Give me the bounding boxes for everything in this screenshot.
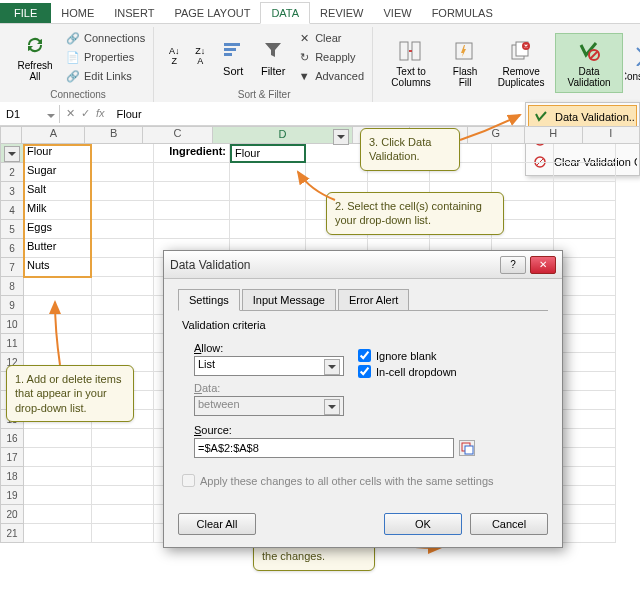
cell[interactable] bbox=[230, 201, 306, 220]
cell[interactable] bbox=[554, 353, 616, 372]
row-header[interactable]: 5 bbox=[0, 220, 24, 239]
cell[interactable] bbox=[230, 220, 306, 239]
cell[interactable] bbox=[554, 486, 616, 505]
col-B[interactable]: B bbox=[85, 126, 142, 144]
cell[interactable] bbox=[24, 505, 92, 524]
cell[interactable] bbox=[154, 182, 230, 201]
cell[interactable]: Flour bbox=[230, 144, 306, 163]
cell[interactable] bbox=[92, 239, 154, 258]
row-header[interactable]: 9 bbox=[0, 296, 24, 315]
cell[interactable] bbox=[92, 334, 154, 353]
ok-button[interactable]: OK bbox=[384, 513, 462, 535]
cell[interactable]: Butter bbox=[24, 239, 92, 258]
cell[interactable] bbox=[554, 144, 616, 163]
cell[interactable] bbox=[554, 258, 616, 277]
tab-formulas[interactable]: FORMULAS bbox=[422, 3, 503, 23]
cell[interactable] bbox=[554, 163, 616, 182]
cell[interactable] bbox=[554, 410, 616, 429]
cell[interactable] bbox=[554, 467, 616, 486]
col-I[interactable]: I bbox=[583, 126, 640, 144]
tab-settings[interactable]: Settings bbox=[178, 289, 240, 311]
cell[interactable] bbox=[92, 258, 154, 277]
dropdown-arrow-icon[interactable] bbox=[305, 145, 306, 163]
tab-insert[interactable]: INSERT bbox=[104, 3, 164, 23]
cell[interactable] bbox=[230, 182, 306, 201]
tab-file[interactable]: FILE bbox=[0, 3, 51, 23]
cell[interactable] bbox=[154, 163, 230, 182]
cell[interactable]: Sugar bbox=[24, 163, 92, 182]
cell[interactable] bbox=[492, 144, 554, 163]
cell[interactable] bbox=[92, 296, 154, 315]
incell-dropdown-checkbox[interactable]: In-cell dropdown bbox=[358, 365, 457, 378]
cell[interactable] bbox=[492, 163, 554, 182]
apply-same-checkbox[interactable]: Apply these changes to all other cells w… bbox=[182, 474, 544, 487]
cell[interactable] bbox=[230, 163, 306, 182]
cancel-button[interactable]: Cancel bbox=[470, 513, 548, 535]
cell[interactable] bbox=[92, 220, 154, 239]
tab-input-message[interactable]: Input Message bbox=[242, 289, 336, 311]
cell[interactable] bbox=[554, 277, 616, 296]
cell[interactable] bbox=[24, 448, 92, 467]
cancel-formula-icon[interactable]: ✕ bbox=[66, 107, 75, 120]
remove-duplicates-button[interactable]: Remove Duplicates bbox=[489, 33, 553, 93]
row-header[interactable]: 2 bbox=[0, 163, 24, 182]
row-header[interactable]: 18 bbox=[0, 467, 24, 486]
cell[interactable] bbox=[24, 334, 92, 353]
col-G[interactable]: G bbox=[468, 126, 525, 144]
cell[interactable] bbox=[554, 429, 616, 448]
help-button[interactable]: ? bbox=[500, 256, 526, 274]
cell[interactable]: Eggs bbox=[24, 220, 92, 239]
filter-button[interactable]: Filter bbox=[254, 27, 292, 87]
cell[interactable] bbox=[554, 391, 616, 410]
advanced-filter[interactable]: ▼Advanced bbox=[294, 67, 366, 85]
cell[interactable] bbox=[554, 372, 616, 391]
ignore-blank-checkbox[interactable]: Ignore blank bbox=[358, 349, 457, 362]
cell[interactable] bbox=[92, 315, 154, 334]
tab-data[interactable]: DATA bbox=[260, 2, 310, 24]
sort-az-button[interactable]: A↓Z bbox=[162, 27, 186, 87]
cell[interactable] bbox=[24, 315, 92, 334]
formula-value[interactable]: Flour bbox=[111, 105, 148, 123]
cell[interactable] bbox=[24, 467, 92, 486]
cell[interactable] bbox=[554, 334, 616, 353]
cell[interactable] bbox=[554, 239, 616, 258]
cell[interactable] bbox=[154, 220, 230, 239]
tab-home[interactable]: HOME bbox=[51, 3, 104, 23]
cell[interactable]: Salt bbox=[24, 182, 92, 201]
cell[interactable] bbox=[554, 201, 616, 220]
allow-select[interactable]: List bbox=[194, 356, 344, 376]
close-button[interactable]: ✕ bbox=[530, 256, 556, 274]
row-header[interactable]: 4 bbox=[0, 201, 24, 220]
cell[interactable] bbox=[554, 524, 616, 543]
cell[interactable] bbox=[24, 277, 92, 296]
range-select-icon[interactable] bbox=[459, 440, 475, 456]
cell[interactable] bbox=[554, 220, 616, 239]
cell[interactable]: Nuts bbox=[24, 258, 92, 277]
connections-item[interactable]: 🔗Connections bbox=[63, 29, 147, 47]
tab-view[interactable]: VIEW bbox=[374, 3, 422, 23]
properties-item[interactable]: 📄Properties bbox=[63, 48, 147, 66]
cell[interactable] bbox=[92, 486, 154, 505]
reapply-filter[interactable]: ↻Reapply bbox=[294, 48, 366, 66]
cell[interactable] bbox=[554, 296, 616, 315]
col-C[interactable]: C bbox=[143, 126, 213, 144]
row-header[interactable]: 6 bbox=[0, 239, 24, 258]
cell[interactable] bbox=[92, 505, 154, 524]
cell[interactable] bbox=[24, 486, 92, 505]
sort-za-button[interactable]: Z↓A bbox=[188, 27, 212, 87]
cell[interactable] bbox=[306, 144, 368, 163]
col-D[interactable]: D bbox=[213, 126, 352, 144]
row-header[interactable]: 17 bbox=[0, 448, 24, 467]
clear-filter[interactable]: ✕Clear bbox=[294, 29, 366, 47]
col-A[interactable]: A bbox=[22, 126, 85, 144]
cell[interactable] bbox=[92, 429, 154, 448]
flash-fill-button[interactable]: Flash Fill bbox=[443, 33, 487, 93]
cell[interactable] bbox=[92, 524, 154, 543]
row-header[interactable]: 1 bbox=[0, 144, 24, 163]
tab-page-layout[interactable]: PAGE LAYOUT bbox=[164, 3, 260, 23]
cell[interactable] bbox=[92, 448, 154, 467]
row-header[interactable]: 10 bbox=[0, 315, 24, 334]
name-box[interactable]: D1 bbox=[0, 105, 60, 123]
cell[interactable] bbox=[24, 296, 92, 315]
clear-all-button[interactable]: Clear All bbox=[178, 513, 256, 535]
